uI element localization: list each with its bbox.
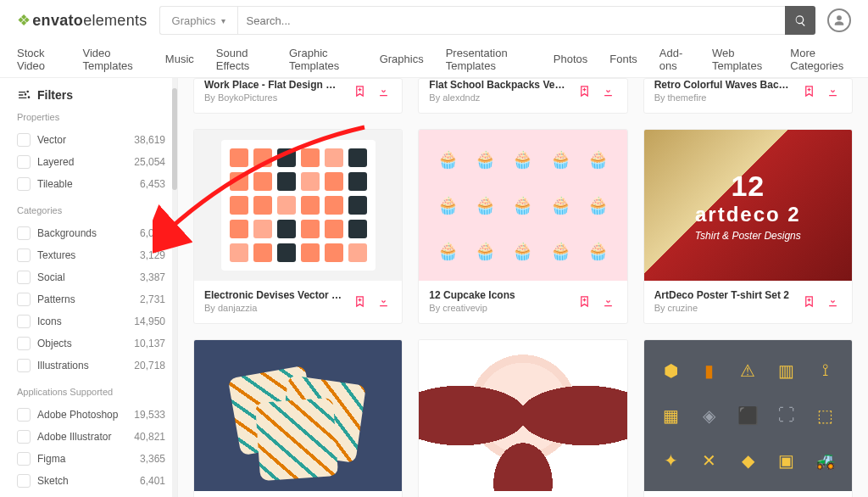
bookmark-icon (578, 295, 591, 308)
filter-patterns[interactable]: Patterns2,731 (17, 288, 165, 310)
filter-icons[interactable]: Icons14,950 (17, 310, 165, 332)
card[interactable]: Retro Colorful Waves BackgroundsBy theme… (643, 78, 853, 114)
download-button[interactable] (375, 293, 392, 310)
filter-vector[interactable]: Vector38,619 (17, 129, 165, 151)
results-grid: Work Place - Flat Design Website Ba...By… (178, 78, 868, 497)
card[interactable]: Electronic Devises Vector Icon SetBy dan… (193, 129, 403, 324)
card[interactable]: Work Place - Flat Design Website Ba...By… (193, 78, 403, 114)
download-button[interactable] (600, 293, 617, 310)
card-author: By cruzine (654, 303, 794, 313)
filter-social[interactable]: Social3,387 (17, 266, 165, 288)
download-button[interactable] (825, 82, 842, 99)
logo[interactable]: ❖ envatoelements (17, 11, 147, 30)
checkbox-icon (17, 452, 31, 466)
nav-graphics[interactable]: Graphics (380, 53, 424, 65)
download-icon (377, 295, 390, 308)
sliders-icon (17, 88, 31, 102)
card[interactable]: Beautiful Girl Looking at YouBy ddraw (418, 339, 627, 497)
group-properties: Properties (17, 112, 165, 122)
group-applications: Applications Supported (17, 387, 165, 397)
nav-presentation-templates[interactable]: Presentation Templates (446, 47, 531, 72)
card-title: Flat School Backpacks Vector (429, 79, 569, 91)
bookmark-button[interactable] (576, 82, 593, 99)
sidebar-scrollbar-thumb[interactable] (172, 88, 177, 190)
nav-video-templates[interactable]: Video Templates (83, 47, 143, 72)
sidebar-scrollbar[interactable] (172, 78, 177, 497)
download-button[interactable] (825, 293, 842, 310)
filter-layered[interactable]: Layered25,054 (17, 151, 165, 173)
download-button[interactable] (375, 82, 392, 99)
filter-illustrator[interactable]: Adobe Illustrator40,821 (17, 426, 165, 448)
checkbox-icon (17, 408, 31, 422)
filter-figma[interactable]: Figma3,365 (17, 448, 165, 470)
card[interactable]: Flat School Backpacks VectorBy alexdndz (418, 78, 627, 114)
download-icon (826, 85, 839, 98)
nav-photos[interactable]: Photos (554, 53, 587, 65)
nav-fonts[interactable]: Fonts (609, 53, 637, 65)
card-thumbnail: 12artdeco 2Tshirt & Poster Designs (644, 130, 852, 281)
card-thumbnail (194, 130, 402, 281)
main-nav: Stock Video Video Templates Music Sound … (0, 41, 868, 78)
bookmark-button[interactable] (801, 293, 818, 310)
card[interactable]: 12artdeco 2Tshirt & Poster Designs ArtDe… (643, 129, 853, 324)
download-icon (377, 85, 390, 98)
card-title: Work Place - Flat Design Website Ba... (204, 79, 344, 91)
nav-web-templates[interactable]: Web Templates (712, 47, 768, 72)
download-button[interactable] (600, 82, 617, 99)
card-thumbnail (194, 340, 402, 491)
checkbox-icon (17, 155, 31, 169)
nav-more-categories[interactable]: More Categories (790, 47, 851, 72)
card-title: Retro Colorful Waves Backgrounds (654, 79, 794, 91)
search-button[interactable] (785, 6, 815, 35)
filter-illustrations[interactable]: Illustrations20,718 (17, 355, 165, 377)
checkbox-icon (17, 474, 31, 488)
card-author: By BoykoPictures (204, 92, 344, 103)
filter-textures[interactable]: Textures3,129 (17, 244, 165, 266)
bookmark-button[interactable] (801, 82, 818, 99)
search-input[interactable] (237, 6, 785, 35)
bookmark-icon (578, 85, 591, 98)
card[interactable]: ⬢▮⚠▥⟟▦◈⬛⛶⬚✦✕◆▣🚜 Construction IconsBy Jum… (643, 339, 853, 497)
nav-add-ons[interactable]: Add-ons (659, 47, 690, 72)
card-author: By creativevip (429, 303, 569, 313)
checkbox-icon (17, 337, 31, 350)
group-categories: Categories (17, 205, 165, 215)
card-title: Electronic Devises Vector Icon Set (204, 289, 344, 301)
card-author: By themefire (654, 92, 794, 103)
checkbox-icon (17, 226, 31, 240)
card[interactable]: Bright Boho PatternsBy barsrsind (193, 339, 403, 497)
checkbox-icon (17, 293, 31, 306)
checkbox-icon (17, 177, 31, 191)
filter-objects[interactable]: Objects10,137 (17, 332, 165, 355)
card-author: By danjazzia (204, 303, 344, 313)
nav-sound-effects[interactable]: Sound Effects (216, 47, 267, 72)
download-icon (602, 295, 615, 308)
nav-music[interactable]: Music (165, 53, 194, 65)
bookmark-button[interactable] (351, 293, 368, 310)
filter-backgrounds[interactable]: Backgrounds6,092 (17, 222, 165, 244)
checkbox-icon (17, 359, 31, 372)
card-title: ArtDeco Poster T-shirt Set 2 (654, 289, 794, 301)
profile-button[interactable] (827, 8, 851, 32)
download-icon (602, 85, 615, 98)
bookmark-icon (803, 295, 815, 308)
filters-title: Filters (37, 88, 73, 102)
category-selector[interactable]: Graphics ▾ (159, 6, 237, 35)
user-icon (833, 14, 845, 26)
nav-graphic-templates[interactable]: Graphic Templates (289, 47, 358, 72)
card-thumbnail: ⬢▮⚠▥⟟▦◈⬛⛶⬚✦✕◆▣🚜 (644, 340, 852, 491)
filters-heading: Filters (17, 88, 165, 102)
search-icon (794, 14, 807, 27)
checkbox-icon (17, 430, 31, 444)
bookmark-button[interactable] (351, 82, 368, 99)
checkbox-icon (17, 133, 31, 147)
card-thumbnail: 🧁🧁🧁🧁🧁🧁🧁🧁🧁🧁🧁🧁🧁🧁🧁 (419, 130, 626, 281)
filter-sketch[interactable]: Sketch6,401 (17, 470, 165, 492)
filter-photoshop[interactable]: Adobe Photoshop19,533 (17, 404, 165, 426)
card[interactable]: 🧁🧁🧁🧁🧁🧁🧁🧁🧁🧁🧁🧁🧁🧁🧁 12 Cupcake IconsBy creat… (418, 129, 627, 324)
download-icon (826, 295, 839, 308)
bookmark-icon (803, 85, 815, 98)
filter-tileable[interactable]: Tileable6,453 (17, 173, 165, 195)
nav-stock-video[interactable]: Stock Video (17, 47, 61, 72)
bookmark-button[interactable] (576, 293, 593, 310)
